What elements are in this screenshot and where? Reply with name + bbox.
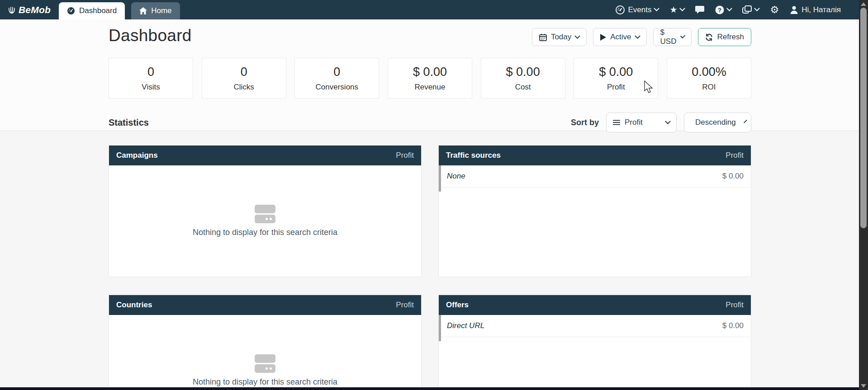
svg-text:?: ?	[718, 6, 721, 13]
sort-by-label: Sort by	[571, 118, 599, 127]
user-icon	[790, 5, 798, 14]
play-icon	[600, 34, 606, 41]
settings-button[interactable]: ⚙	[770, 5, 779, 15]
chat-button[interactable]	[695, 5, 704, 14]
traffic-sources-panel: Traffic sources Profit None $ 0.00	[438, 145, 751, 277]
offers-panel-title: Offers	[446, 301, 469, 310]
traffic-source-row[interactable]: None $ 0.00	[439, 165, 751, 188]
home-icon	[139, 7, 147, 14]
window-stack-icon	[742, 5, 752, 14]
currency-chevron-down-icon	[680, 33, 686, 38]
events-label: Events	[628, 5, 651, 14]
offer-name: Direct URL	[447, 321, 484, 330]
date-range-button[interactable]: Today	[532, 28, 587, 46]
offers-panel-header: Offers Profit	[439, 295, 751, 315]
top-navigation-bar: BeMob Dashboard Home	[0, 0, 859, 19]
sort-direction-chevron-down-icon	[744, 119, 747, 123]
refresh-icon	[705, 33, 713, 41]
campaigns-panel-body: Nothing to display for this search crite…	[109, 165, 421, 277]
date-range-chevron-down-icon	[574, 33, 580, 39]
user-greeting: Hi, Наталія	[802, 5, 841, 14]
help-menu[interactable]: ?	[715, 5, 731, 14]
summary-card-conversions: 0 Conversions	[294, 58, 379, 99]
countries-panel-metric: Profit	[396, 301, 414, 310]
tab-dashboard-label: Dashboard	[79, 6, 117, 15]
countries-panel-header: Countries Profit	[109, 295, 421, 315]
database-icon	[255, 354, 275, 373]
calendar-icon	[539, 33, 547, 41]
tab-strip: Dashboard Home	[59, 0, 180, 19]
campaigns-panel-header: Campaigns Profit	[109, 146, 421, 165]
refresh-label: Refresh	[717, 33, 744, 42]
sort-direction-value: Descending	[695, 118, 736, 127]
sort-field-value: Profit	[625, 118, 643, 127]
refresh-button[interactable]: Refresh	[698, 28, 751, 46]
visits-label: Visits	[142, 83, 160, 92]
sort-direction-dropdown[interactable]: Descending	[684, 113, 751, 132]
bemob-logo[interactable]: BeMob	[0, 0, 59, 19]
sort-field-chevron-down-icon	[665, 118, 671, 124]
events-gauge-icon	[616, 5, 625, 14]
favorites-chevron-down-icon	[680, 5, 686, 11]
gear-icon: ⚙	[770, 5, 779, 15]
database-icon-bottom	[255, 215, 275, 223]
tab-home-label: Home	[151, 6, 171, 15]
star-icon: ★	[669, 5, 677, 14]
conversions-value: 0	[333, 65, 340, 79]
countries-panel-title: Countries	[116, 301, 152, 310]
tab-dashboard[interactable]: Dashboard	[59, 2, 125, 19]
bemob-dashboard-screen: BeMob Dashboard Home	[0, 0, 868, 390]
offer-profit: $ 0.00	[722, 321, 744, 330]
traffic-source-profit: $ 0.00	[722, 172, 744, 181]
scrollbar-up-arrow[interactable]	[861, 2, 866, 6]
roi-value: 0.00%	[692, 65, 726, 79]
campaigns-empty-text: Nothing to display for this search crite…	[193, 228, 337, 237]
offers-panel: Offers Profit Direct URL $ 0.00	[438, 295, 751, 390]
profit-value: $ 0.00	[599, 65, 633, 79]
chat-icon	[695, 5, 704, 14]
scrollbar-down-arrow[interactable]	[861, 384, 866, 388]
currency-button[interactable]: $ USD	[653, 28, 692, 46]
topbar-utility-cluster: Events ★ ?	[616, 0, 841, 19]
help-chevron-down-icon	[727, 5, 733, 11]
scrollbar-thumb[interactable]	[860, 8, 867, 228]
question-icon: ?	[715, 5, 724, 14]
revenue-value: $ 0.00	[413, 65, 447, 79]
database-icon	[255, 205, 275, 223]
sort-field-dropdown[interactable]: Profit	[606, 113, 677, 132]
traffic-sources-panel-metric: Profit	[726, 151, 744, 160]
campaigns-empty-state: Nothing to display for this search crite…	[109, 165, 421, 277]
roi-label: ROI	[702, 83, 716, 92]
events-menu[interactable]: Events	[616, 5, 659, 14]
vertical-scrollbar[interactable]	[859, 0, 868, 390]
summary-card-profit: $ 0.00 Profit	[574, 58, 658, 99]
conversions-label: Conversions	[316, 83, 359, 92]
cost-label: Cost	[515, 83, 531, 92]
countries-panel-body: Nothing to display for this search crite…	[109, 315, 421, 390]
windows-chevron-down-icon	[754, 5, 760, 11]
countries-empty-text: Nothing to display for this search crite…	[193, 377, 337, 387]
statistics-heading: Statistics	[109, 117, 149, 128]
row-accent-stripe	[439, 315, 441, 341]
clicks-label: Clicks	[233, 83, 254, 92]
status-filter-button[interactable]: Active	[593, 28, 646, 46]
countries-panel: Countries Profit Nothing to display for …	[109, 295, 422, 390]
tab-home[interactable]: Home	[131, 2, 180, 19]
offer-row[interactable]: Direct URL $ 0.00	[439, 315, 751, 337]
row-accent-stripe	[439, 165, 441, 192]
page-title: Dashboard	[109, 26, 192, 45]
bemob-logo-icon	[7, 5, 16, 14]
date-range-label: Today	[551, 33, 571, 42]
database-icon-top	[255, 205, 275, 213]
traffic-sources-panel-body: None $ 0.00	[439, 165, 751, 277]
user-menu[interactable]: Hi, Наталія	[790, 5, 841, 14]
bemob-logo-text: BeMob	[19, 5, 51, 15]
visits-value: 0	[147, 65, 154, 79]
revenue-label: Revenue	[414, 83, 445, 92]
windows-menu[interactable]	[742, 5, 759, 14]
sort-controls: Sort by Profit Descending	[561, 113, 751, 132]
clicks-value: 0	[241, 65, 247, 79]
campaigns-panel: Campaigns Profit Nothing to display for …	[109, 145, 422, 277]
favorites-menu[interactable]: ★	[669, 5, 684, 14]
traffic-sources-panel-header: Traffic sources Profit	[439, 146, 751, 165]
